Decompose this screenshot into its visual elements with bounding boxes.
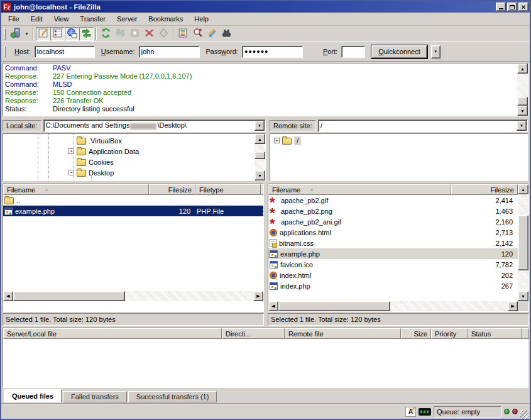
site-manager-dropdown-button[interactable]: ▼ [23, 27, 31, 41]
table-row-example-php[interactable]: example.php 120 PHP File 1 [3, 206, 263, 216]
host-input[interactable] [35, 46, 95, 58]
synchronized-browsing-button[interactable] [219, 27, 234, 41]
remote-vertical-scrollbar[interactable]: ▲ ▼ [518, 184, 528, 301]
toggle-local-tree-button[interactable] [50, 27, 65, 41]
speed-limit-icon[interactable] [419, 408, 431, 416]
tab-successful-transfers[interactable]: Successful transfers (1) [128, 391, 217, 402]
compare-directories-button[interactable] [205, 27, 219, 41]
menu-file[interactable]: File [3, 13, 25, 25]
menu-bookmarks[interactable]: Bookmarks [143, 13, 189, 25]
remote-horizontal-scrollbar[interactable]: ◀ ▶ [268, 301, 518, 311]
table-row[interactable]: index.html202 [268, 270, 518, 280]
scroll-down-icon[interactable]: ▼ [255, 170, 265, 180]
close-button[interactable]: × [518, 3, 528, 11]
file-search-button[interactable] [190, 27, 205, 41]
tree-item-application-data[interactable]: + Application Data [68, 146, 139, 157]
scroll-up-icon[interactable]: ▲ [518, 184, 528, 194]
quickconnect-grip[interactable] [4, 46, 6, 57]
local-hscrollbar-thumb[interactable] [13, 291, 125, 301]
table-row[interactable]: bitnami.css2,142 [268, 238, 518, 248]
toolbar-grip[interactable] [4, 28, 6, 40]
column-header-priority[interactable]: Priority [431, 328, 468, 339]
table-row[interactable]: applications.html2,713 [268, 227, 518, 238]
remote-file-list[interactable]: Filename▲ Filesize apache_pb2.gif2,414 a… [268, 184, 518, 301]
directory-filter-button[interactable] [176, 27, 190, 41]
tab-failed-transfers[interactable]: Failed transfers [63, 391, 127, 402]
toggle-message-log-button[interactable] [36, 27, 50, 41]
minimize-button[interactable] [496, 3, 506, 11]
menu-help[interactable]: Help [189, 13, 214, 25]
local-horizontal-scrollbar[interactable]: ◀ ▶ [3, 291, 263, 301]
scroll-left-icon[interactable]: ◀ [268, 301, 278, 311]
table-row[interactable]: favicon.ico7,782 [268, 259, 518, 270]
log-scrollbar-thumb[interactable] [517, 97, 528, 106]
password-input[interactable] [242, 46, 303, 58]
remote-site-dropdown-button[interactable]: ▼ [517, 121, 527, 131]
local-site-dropdown-button[interactable]: ▼ [255, 121, 265, 131]
quickconnect-dropdown-button[interactable]: ▼ [431, 45, 441, 58]
vertical-splitter[interactable] [265, 184, 266, 326]
column-header-status[interactable]: Status [468, 328, 522, 339]
local-tree-scrollbar-thumb[interactable] [255, 152, 265, 159]
column-header-remote-file[interactable]: Remote file [285, 328, 401, 339]
menu-server[interactable]: Server [111, 13, 143, 25]
message-log-lines[interactable]: Command:PASV Response:227 Entering Passi… [3, 64, 517, 116]
scroll-down-icon[interactable]: ▼ [518, 291, 528, 301]
table-row[interactable]: apache_pb2.gif2,414 [268, 195, 518, 206]
toggle-transfer-queue-button[interactable] [79, 27, 94, 41]
column-header-filesize[interactable]: Filesize [149, 184, 195, 195]
cancel-button[interactable] [128, 27, 142, 41]
expand-icon[interactable]: + [68, 148, 74, 154]
tree-item-cookies[interactable]: Cookies [68, 157, 114, 167]
title-bar[interactable]: Fz john@localhost - FileZilla × [1, 1, 530, 13]
username-input[interactable] [139, 46, 200, 58]
table-row-parent-dir[interactable]: .. [3, 195, 263, 206]
scroll-up-icon[interactable]: ▲ [517, 64, 528, 74]
scroll-left-icon[interactable]: ◀ [3, 291, 13, 301]
local-site-combobox[interactable]: C:\Documents and Settings\Desktop\ ▼ [43, 119, 266, 132]
table-row[interactable]: index.php267 [268, 280, 518, 291]
disconnect-button[interactable] [142, 27, 156, 41]
table-row[interactable]: apache_pb2_ani.gif2,160 [268, 216, 518, 227]
column-header-filesize[interactable]: Filesize [451, 184, 518, 195]
menu-edit[interactable]: Edit [25, 13, 48, 25]
local-tree-scrollbar[interactable]: ▲ ▼ [255, 134, 265, 180]
process-queue-button[interactable] [113, 27, 128, 41]
remote-site-combobox[interactable]: / ▼ [318, 119, 528, 132]
port-input[interactable] [341, 46, 365, 58]
remote-hscrollbar-thumb[interactable] [278, 301, 390, 311]
expand-icon[interactable]: + [274, 138, 280, 143]
queue-list[interactable] [3, 339, 528, 387]
column-header-direction[interactable]: Directi... [222, 328, 285, 339]
column-header-filename[interactable]: Filename▲ [3, 184, 149, 195]
scroll-right-icon[interactable]: ▶ [253, 291, 263, 301]
scroll-right-icon[interactable]: ▶ [508, 301, 518, 311]
column-header-filename[interactable]: Filename▲ [268, 184, 451, 195]
log-scrollbar[interactable]: ▲ ▼ [517, 64, 528, 116]
menu-transfer[interactable]: Transfer [74, 13, 111, 25]
site-manager-button[interactable] [8, 27, 23, 41]
menu-view[interactable]: View [48, 13, 75, 25]
column-header-server-local-file[interactable]: Server/Local file [3, 328, 222, 339]
table-row[interactable]: apache_pb2.png1,463 [268, 206, 518, 216]
remote-directory-tree[interactable]: + / [270, 134, 527, 180]
collapse-icon[interactable]: − [68, 170, 74, 175]
toggle-remote-tree-button[interactable] [65, 27, 79, 41]
reconnect-button[interactable] [156, 27, 171, 41]
tab-queued-files[interactable]: Queued files [4, 389, 62, 402]
scroll-down-icon[interactable]: ▼ [517, 106, 528, 116]
resize-grip[interactable] [520, 411, 528, 419]
local-directory-tree[interactable]: .VirtualBox + Application Data Cookies − [3, 134, 255, 180]
scroll-up-icon[interactable]: ▲ [255, 134, 265, 144]
column-header-filetype[interactable]: Filetype [195, 184, 261, 195]
tree-item-root[interactable]: + / [274, 135, 301, 146]
transfer-type-icon[interactable]: A [405, 407, 416, 417]
tree-item-virtualbox[interactable]: .VirtualBox [68, 135, 122, 146]
remote-vscrollbar-thumb[interactable] [518, 215, 528, 270]
refresh-button[interactable] [99, 27, 113, 41]
local-file-list[interactable]: Filename▲ Filesize Filetype L .. example… [3, 184, 263, 301]
maximize-button[interactable] [507, 3, 517, 11]
quickconnect-button[interactable]: Quickconnect [371, 45, 427, 58]
column-header-size[interactable]: Size [401, 328, 431, 339]
table-row-selected[interactable]: example.php120 [268, 248, 518, 259]
